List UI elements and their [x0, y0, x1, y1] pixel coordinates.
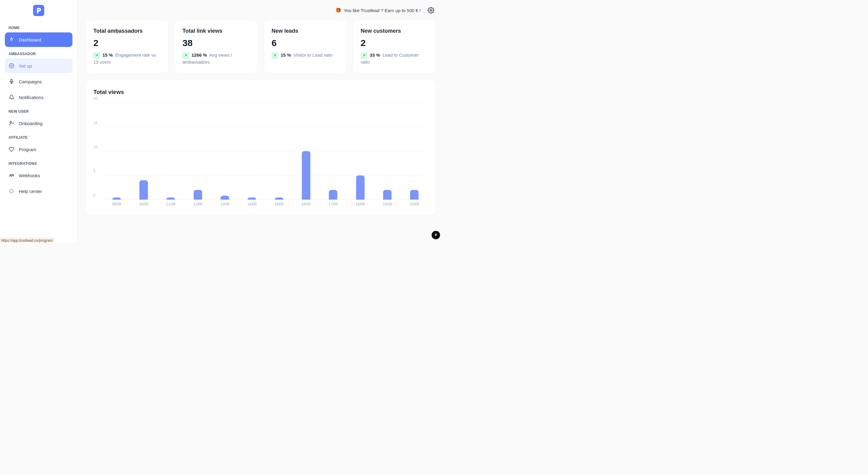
chart-bar [166, 197, 175, 199]
card-pct: 33 % [370, 53, 380, 58]
x-tick: 20/09 [401, 202, 428, 206]
card-sub: 15 % Visitor to Lead ratio [272, 52, 339, 59]
promo-banner[interactable]: 🎁 You like Trustlead ? Earn up to 500 € … [336, 7, 421, 13]
sidebar-item-setup[interactable]: Set up [5, 59, 72, 73]
sidebar-item-label: Notifications [19, 95, 44, 100]
chart-bar [302, 151, 310, 200]
svg-point-2 [10, 121, 12, 123]
card-sub: 1266 % Avg views / ambassadors [182, 52, 250, 66]
x-tick: 15/09 [266, 202, 292, 206]
sidebar-item-program[interactable]: Program [5, 142, 72, 157]
card-desc: Visitor to Lead ratio [293, 53, 333, 58]
sidebar-item-helpcenter[interactable]: Help center [5, 184, 72, 198]
sidebar-item-label: Dashboard [19, 37, 41, 42]
card-sub: 33 % Lead to Customer ratio [361, 52, 428, 66]
y-tick: 15 [93, 121, 97, 125]
sidebar: HOME Dashboard AMBASSADOR Set up Campaig… [0, 0, 78, 243]
chart-bar [410, 190, 418, 200]
x-tick: 11/09 [157, 202, 184, 206]
help-icon [8, 188, 14, 194]
x-tick: 19/09 [374, 202, 401, 206]
card-desc: Lead to Customer ratio [361, 53, 419, 65]
sidebar-item-label: Campaigns [19, 79, 42, 84]
chart-bar [140, 180, 148, 200]
sidebar-item-webhooks[interactable]: API Webhooks [5, 168, 72, 183]
card-title: Total ambassadors [93, 28, 161, 34]
card-newcustomers: New customers 2 33 % Lead to Customer ra… [353, 21, 435, 73]
card-pct: 1266 % [191, 53, 207, 58]
trend-up-icon [272, 52, 278, 59]
sidebar-item-label: Set up [19, 63, 32, 68]
section-affiliate: AFFILIATE [5, 133, 72, 142]
x-tick: 16/09 [292, 202, 319, 206]
chart-bar [275, 197, 283, 199]
y-tick: 5 [93, 169, 95, 173]
card-title: New customers [361, 28, 428, 34]
chart-bar [329, 190, 337, 200]
card-ambassadors: Total ambassadors 2 15 % Engagement rate… [86, 21, 168, 73]
sidebar-item-onboarding[interactable]: Onboarding [5, 116, 72, 131]
mic-icon [8, 78, 14, 85]
svg-rect-1 [11, 80, 12, 82]
y-tick: 10 [93, 145, 97, 149]
settings-button[interactable] [427, 6, 435, 14]
card-desc: Avg views / ambassadors [182, 53, 232, 65]
main-content: 🎁 You like Trustlead ? Earn up to 500 € … [78, 0, 444, 243]
x-tick: 12/09 [184, 202, 211, 206]
trend-up-icon [182, 52, 189, 59]
api-icon: API [8, 172, 14, 179]
card-pct: 15 % [281, 53, 291, 58]
flame-icon [8, 37, 14, 43]
chart-plot: 05101520 [93, 103, 428, 200]
card-value: 2 [93, 38, 161, 48]
section-integrations: INTEGRATIONS [5, 159, 72, 168]
card-title: New leads [272, 28, 339, 34]
card-value: 6 [272, 38, 339, 48]
x-tick: 10/09 [130, 202, 157, 206]
chart-bar [113, 197, 121, 199]
card-value: 2 [361, 38, 428, 48]
x-tick: 17/09 [320, 202, 347, 206]
section-home: HOME [5, 23, 72, 32]
y-tick: 20 [93, 96, 97, 101]
kpi-cards: Total ambassadors 2 15 % Engagement rate… [78, 21, 444, 73]
x-tick: 13/09 [211, 202, 238, 206]
chart-bar [248, 197, 256, 199]
sidebar-item-campaigns[interactable]: Campaigns [5, 74, 72, 89]
x-tick: 14/09 [239, 202, 266, 206]
status-url: https://app.trustlead.co/program [0, 238, 54, 243]
bell-icon [8, 94, 14, 100]
user-check-icon [8, 120, 14, 126]
sidebar-item-label: Onboarding [19, 121, 42, 126]
sidebar-item-label: Webhooks [19, 173, 40, 178]
chart-x-axis: 09/0910/0911/0912/0913/0914/0915/0916/09… [93, 202, 428, 206]
sidebar-item-dashboard[interactable]: Dashboard [5, 32, 72, 47]
promo-text: You like Trustlead ? Earn up to 500 € ! [344, 8, 421, 13]
x-tick: 09/09 [103, 202, 130, 206]
sidebar-item-notifications[interactable]: Notifications [5, 90, 72, 104]
card-value: 38 [182, 38, 250, 48]
chart-bar [383, 190, 392, 200]
card-newleads: New leads 6 15 % Visitor to Lead ratio [264, 21, 346, 73]
svg-point-3 [430, 9, 432, 11]
card-pct: 15 % [102, 53, 113, 58]
chart-bar [221, 196, 229, 200]
chart-card: Total views 05101520 09/0910/0911/0912/0… [86, 80, 435, 215]
card-linkviews: Total link views 38 1266 % Avg views / a… [175, 21, 257, 73]
gift-icon: 🎁 [336, 7, 341, 13]
svg-point-0 [11, 65, 12, 67]
x-tick: 18/09 [347, 202, 374, 206]
sidebar-item-label: Help center [19, 189, 42, 194]
trend-up-icon [361, 52, 367, 59]
heart-icon [8, 146, 14, 152]
y-tick: 0 [93, 193, 95, 197]
sidebar-item-label: Program [19, 147, 36, 152]
gear-icon [8, 63, 14, 69]
card-sub: 15 % Engagement rate vs 13 users [93, 52, 161, 66]
chart-bar [356, 176, 365, 200]
chart-title: Total views [93, 89, 428, 95]
app-logo[interactable] [33, 5, 44, 16]
chart-bar [194, 190, 202, 200]
card-title: Total link views [182, 28, 250, 34]
support-fab[interactable] [432, 231, 440, 239]
